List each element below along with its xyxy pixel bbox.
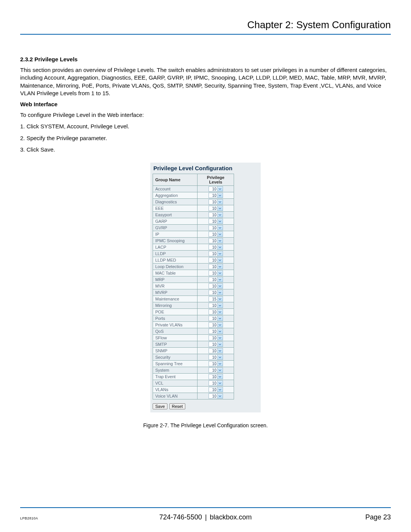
privilege-level-select[interactable]: 10 [209, 316, 223, 321]
privilege-level-value: 10 [209, 258, 217, 262]
privilege-level-select[interactable]: 10 [209, 367, 223, 373]
group-name-cell: IP [153, 231, 198, 238]
privilege-level-select[interactable]: 10 [209, 290, 223, 295]
privilege-level-value: 10 [209, 206, 217, 211]
privilege-level-select[interactable]: 10 [209, 193, 223, 198]
intro-text: To configure Privilege Level in the Web … [20, 111, 391, 119]
privilege-level-select[interactable]: 10 [209, 393, 223, 399]
group-name-cell: VLANs [153, 387, 198, 393]
privilege-level-value: 10 [209, 239, 217, 243]
privilege-level-select[interactable]: 10 [209, 348, 223, 353]
group-name-cell: EEE [153, 205, 198, 212]
save-button[interactable]: Save [153, 403, 167, 409]
table-row: SNMP10 [153, 348, 234, 354]
privilege-level-cell: 10 [198, 283, 234, 289]
group-name-cell: SFlow [153, 335, 198, 341]
privilege-level-select[interactable]: 10 [209, 244, 223, 250]
chevron-down-icon [217, 232, 223, 236]
table-row: Spanning Tree10 [153, 361, 234, 367]
privilege-level-select[interactable]: 10 [209, 199, 223, 204]
privilege-level-select[interactable]: 10 [209, 329, 223, 334]
col-group-name: Group Name [153, 174, 198, 186]
chevron-down-icon [217, 342, 223, 347]
table-row: LLDP10 [153, 251, 234, 257]
privilege-level-value: 10 [209, 329, 217, 334]
group-name-cell: MVRP [153, 289, 198, 296]
table-row: MVR10 [153, 283, 234, 289]
privilege-level-select[interactable]: 10 [209, 238, 223, 243]
privilege-level-select[interactable]: 10 [209, 212, 223, 217]
privilege-level-value: 10 [209, 200, 217, 204]
privilege-level-select[interactable]: 10 [209, 264, 223, 269]
group-name-cell: Trap Event [153, 374, 198, 380]
privilege-level-select[interactable]: 10 [209, 251, 223, 256]
privilege-level-cell: 10 [198, 348, 234, 354]
table-row: SMTP10 [153, 341, 234, 348]
privilege-level-cell: 10 [198, 289, 234, 296]
group-name-cell: Ports [153, 315, 198, 322]
group-name-cell: Security [153, 354, 198, 361]
chevron-down-icon [217, 348, 223, 353]
privilege-level-select[interactable]: 10 [209, 270, 223, 276]
privilege-level-value: 10 [209, 226, 217, 230]
privilege-level-value: 10 [209, 362, 217, 366]
privilege-level-value: 10 [209, 245, 217, 249]
group-name-cell: IPMC Snooping [153, 238, 198, 244]
privilege-level-select[interactable]: 10 [209, 335, 223, 340]
privilege-level-cell: 10 [198, 270, 234, 276]
group-name-cell: MRP [153, 276, 198, 283]
privilege-level-select[interactable]: 10 [209, 309, 223, 315]
group-name-cell: Spanning Tree [153, 361, 198, 367]
privilege-level-select[interactable]: 10 [209, 387, 223, 392]
chevron-down-icon [217, 290, 223, 295]
privilege-level-select[interactable]: 10 [209, 342, 223, 347]
table-row: Private VLANs10 [153, 322, 234, 328]
col-privilege-levels: Privilege Levels [198, 174, 234, 186]
privilege-level-value: 10 [209, 388, 217, 392]
table-row: Diagnostics10 [153, 199, 234, 205]
table-row: System10 [153, 367, 234, 374]
privilege-level-select[interactable]: 10 [209, 283, 223, 289]
chevron-down-icon [217, 381, 223, 385]
privilege-level-select[interactable]: 10 [209, 361, 223, 366]
chevron-down-icon [217, 277, 223, 282]
privilege-level-select[interactable]: 10 [209, 232, 223, 237]
footer-site: blackbox.com [210, 513, 252, 521]
group-name-cell: Mirroring [153, 302, 198, 309]
privilege-level-select[interactable]: 10 [209, 206, 223, 211]
table-row: SFlow10 [153, 335, 234, 341]
table-row: Trap Event10 [153, 374, 234, 380]
privilege-level-select[interactable]: 10 [209, 374, 223, 379]
chevron-down-icon [217, 187, 223, 191]
privilege-level-cell: 10 [198, 309, 234, 315]
privilege-level-cell: 10 [198, 315, 234, 322]
reset-button[interactable]: Reset [169, 403, 186, 409]
privilege-level-value: 10 [209, 193, 217, 198]
group-name-cell: Private VLANs [153, 322, 198, 328]
privilege-level-select[interactable]: 15 [209, 296, 223, 302]
chevron-down-icon [217, 329, 223, 334]
group-name-cell: LLDP MED [153, 257, 198, 264]
privilege-level-cell: 10 [198, 244, 234, 251]
privilege-level-value: 10 [209, 291, 217, 295]
privilege-level-select[interactable]: 10 [209, 355, 223, 360]
chevron-down-icon [217, 394, 223, 398]
privilege-level-select[interactable]: 10 [209, 303, 223, 308]
group-name-cell: SNMP [153, 348, 198, 354]
chevron-down-icon [217, 225, 223, 230]
privilege-level-value: 10 [209, 375, 217, 379]
chevron-down-icon [217, 387, 223, 392]
privilege-level-select[interactable]: 10 [209, 186, 223, 192]
privilege-level-select[interactable]: 10 [209, 219, 223, 224]
privilege-level-select[interactable]: 10 [209, 380, 223, 386]
privilege-level-select[interactable]: 10 [209, 322, 223, 328]
chevron-down-icon [217, 245, 223, 249]
privilege-level-value: 10 [209, 278, 217, 282]
chapter-title: Chapter 2: System Configuration [20, 19, 391, 35]
chevron-down-icon [217, 368, 223, 372]
privilege-level-select[interactable]: 10 [209, 225, 223, 230]
privilege-level-select[interactable]: 10 [209, 277, 223, 282]
privilege-level-cell: 10 [198, 186, 234, 192]
table-row: Aggregation10 [153, 192, 234, 199]
privilege-level-select[interactable]: 10 [209, 257, 223, 263]
